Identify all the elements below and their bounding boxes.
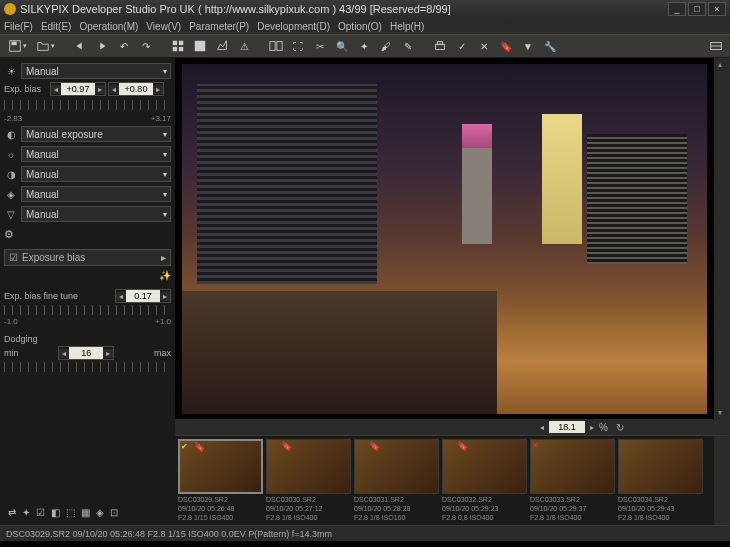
- print-icon[interactable]: [430, 36, 450, 56]
- param-contrast[interactable]: Manual: [21, 166, 171, 182]
- refresh-icon[interactable]: ↻: [616, 422, 624, 433]
- exp-bias-1[interactable]: ◂+0.97▸: [50, 82, 106, 96]
- compare-icon[interactable]: [266, 36, 286, 56]
- menu-option[interactable]: Option(O): [338, 21, 382, 32]
- color-icon: ◈: [4, 187, 18, 201]
- tool-icon[interactable]: ✦: [354, 36, 374, 56]
- redo-icon[interactable]: [92, 36, 112, 56]
- tool1-icon[interactable]: ⇄: [8, 507, 16, 518]
- thumbnail-strip: ✔🔖 DSC03029.SR209/10/20 05:26:48F2.8 1/1…: [175, 435, 730, 525]
- thumbnail[interactable]: 🔖 DSC03030.SR209/10/20 05:27:12F2.8 1/8 …: [266, 439, 351, 522]
- checkbox-icon[interactable]: ☑: [9, 252, 18, 263]
- dodge-slider[interactable]: [4, 362, 171, 372]
- folder-icon[interactable]: [32, 36, 58, 56]
- rotate-cw-icon[interactable]: ↷: [136, 36, 156, 56]
- svg-rect-9: [436, 44, 445, 49]
- app-icon: [4, 3, 16, 15]
- exp-bias-2[interactable]: ◂+0.80▸: [108, 82, 164, 96]
- param-sharp[interactable]: Manual: [21, 206, 171, 222]
- crop-icon[interactable]: ✂: [310, 36, 330, 56]
- tool2-icon[interactable]: ✦: [22, 507, 30, 518]
- preview-image: [182, 64, 707, 414]
- zoom-in-button[interactable]: ▸: [587, 423, 597, 432]
- brush-icon[interactable]: 🖌: [376, 36, 396, 56]
- thumb-scrollbar[interactable]: [714, 436, 730, 525]
- exp-slider[interactable]: [4, 100, 171, 110]
- preview-main[interactable]: [175, 58, 714, 419]
- menubar: File(F) Edit(E) Operation(M) View(V) Par…: [0, 18, 730, 34]
- undo-icon[interactable]: [70, 36, 90, 56]
- dodge-spinner[interactable]: ◂16▸: [58, 346, 114, 360]
- statusbar: DSC03029.SR2 09/10/20 05:26:48 F2.8 1/15…: [0, 525, 730, 541]
- svg-rect-4: [173, 47, 177, 51]
- tool3-icon[interactable]: ☑: [36, 507, 45, 518]
- wb-icon: ☼: [4, 147, 18, 161]
- status-text: DSC03029.SR2 09/10/20 05:26:48 F2.8 1/15…: [6, 529, 332, 539]
- x-icon[interactable]: ✕: [474, 36, 494, 56]
- svg-rect-6: [195, 41, 206, 52]
- wrench-icon[interactable]: 🔧: [540, 36, 560, 56]
- chevron-icon[interactable]: ▸: [161, 252, 166, 263]
- titlebar: SILKYPIX Developer Studio Pro UK ( http:…: [0, 0, 730, 18]
- tool8-icon[interactable]: ⊡: [110, 507, 118, 518]
- menu-parameter[interactable]: Parameter(P): [189, 21, 249, 32]
- gear-icon[interactable]: ⚙: [4, 228, 14, 241]
- tool4-icon[interactable]: ◧: [51, 507, 60, 518]
- exposure-icon: ◐: [4, 127, 18, 141]
- dodge-label: Dodging: [4, 334, 171, 344]
- minimize-button[interactable]: _: [668, 2, 686, 16]
- thumbnail[interactable]: 🔖 DSC03032.SR209/10/20 05:29:23F2.8 0,8 …: [442, 439, 527, 522]
- exp-bias-label: Exp. bias: [4, 84, 48, 94]
- single-icon[interactable]: [190, 36, 210, 56]
- zoom-value[interactable]: 18.1: [549, 421, 585, 433]
- warning-icon[interactable]: ⚠: [234, 36, 254, 56]
- thumbnail[interactable]: ✕ DSC03033.SR209/10/20 05:29:37F2.8 1/8 …: [530, 439, 615, 522]
- menu-development[interactable]: Development(D): [257, 21, 330, 32]
- vertical-scrollbar[interactable]: [714, 58, 730, 419]
- menu-operation[interactable]: Operation(M): [79, 21, 138, 32]
- zoom-out-button[interactable]: ◂: [537, 423, 547, 432]
- param-exposure[interactable]: Manual exposure: [21, 126, 171, 142]
- thumbnail[interactable]: ✔🔖 DSC03029.SR209/10/20 05:26:48F2.8 1/1…: [178, 439, 263, 522]
- grid-icon[interactable]: [168, 36, 188, 56]
- menu-view[interactable]: View(V): [146, 21, 181, 32]
- auto-icon[interactable]: ✨: [159, 270, 171, 281]
- tool7-icon[interactable]: ◈: [96, 507, 104, 518]
- svg-rect-5: [179, 47, 183, 51]
- svg-rect-8: [277, 42, 282, 51]
- save-icon[interactable]: [4, 36, 30, 56]
- eyedrop-icon[interactable]: ✎: [398, 36, 418, 56]
- param-color[interactable]: Manual: [21, 186, 171, 202]
- panel-icon[interactable]: [706, 36, 726, 56]
- tag-icon[interactable]: 🔖: [496, 36, 516, 56]
- histogram-icon[interactable]: [212, 36, 232, 56]
- tool5-icon[interactable]: ⬚: [66, 507, 75, 518]
- svg-rect-1: [11, 42, 16, 46]
- sharp-icon: ▽: [4, 207, 18, 221]
- menu-file[interactable]: File(F): [4, 21, 33, 32]
- fine-slider[interactable]: [4, 305, 171, 315]
- sidebar: ☀ Manual Exp. bias ◂+0.97▸ ◂+0.80▸ -2.83…: [0, 58, 175, 525]
- tool6-icon[interactable]: ▦: [81, 507, 90, 518]
- param-wb[interactable]: Manual: [21, 146, 171, 162]
- search-icon[interactable]: 🔍: [332, 36, 352, 56]
- section-exposure-bias: ☑ Exposure bias ▸: [4, 249, 171, 266]
- menu-edit[interactable]: Edit(E): [41, 21, 72, 32]
- check-icon[interactable]: ✓: [452, 36, 472, 56]
- fit-icon[interactable]: ⛶: [288, 36, 308, 56]
- bottom-toolbar: ⇄ ✦ ☑ ◧ ⬚ ▦ ◈ ⊡: [4, 503, 171, 521]
- rotate-ccw-icon[interactable]: ↶: [114, 36, 134, 56]
- menu-help[interactable]: Help(H): [390, 21, 424, 32]
- thumbnail[interactable]: 🔖 DSC03031.SR209/10/20 05:28:28F2.8 1/8 …: [354, 439, 439, 522]
- contrast-icon: ◑: [4, 167, 18, 181]
- close-button[interactable]: ×: [708, 2, 726, 16]
- thumbnail[interactable]: DSC03034.SR209/10/20 05:29:43F2.8 1/8 IS…: [618, 439, 703, 522]
- svg-rect-2: [173, 41, 177, 45]
- sun-icon: ☀: [4, 64, 18, 78]
- toolbar: ↶ ↷ ⚠ ⛶ ✂ 🔍 ✦ 🖌 ✎ ✓ ✕ 🔖 ▼ 🔧: [0, 34, 730, 58]
- maximize-button[interactable]: □: [688, 2, 706, 16]
- preview-area: ◂ 18.1 ▸ % ↻ ✔🔖 DSC03029.SR209/10/20 05:…: [175, 58, 730, 525]
- flag-icon[interactable]: ▼: [518, 36, 538, 56]
- preset-dropdown[interactable]: Manual: [21, 63, 171, 79]
- fine-tune-spinner[interactable]: ◂0.17▸: [115, 289, 171, 303]
